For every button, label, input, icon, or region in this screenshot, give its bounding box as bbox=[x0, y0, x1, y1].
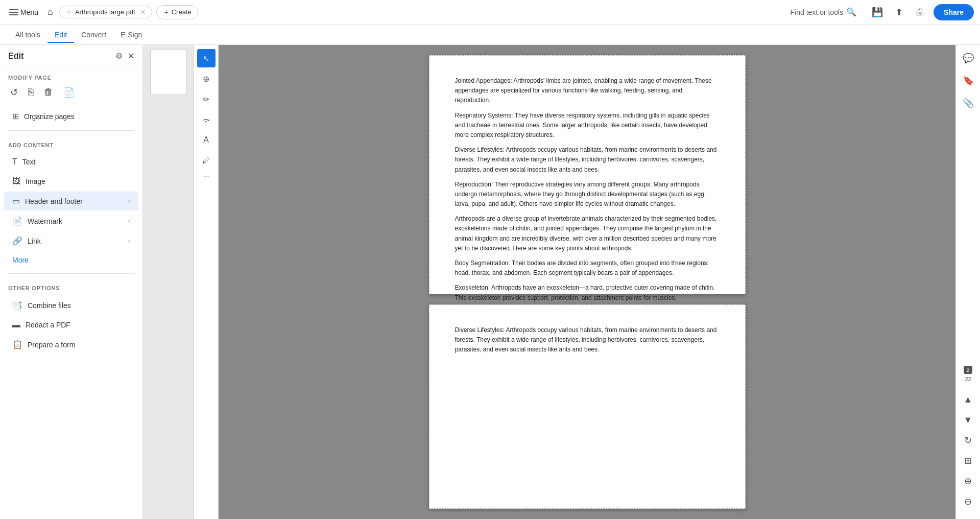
print-icon[interactable]: 🖨 bbox=[912, 4, 927, 20]
toolbar-row: All tools Edit Convert E-Sign bbox=[0, 25, 980, 45]
comment-button[interactable]: 💬 bbox=[959, 49, 977, 67]
upload-icon[interactable]: ⬆ bbox=[892, 4, 906, 21]
redact-label: Redact a PDF bbox=[26, 321, 70, 329]
modify-page-icons: ↺ ⎘ 🗑 📄 bbox=[0, 85, 142, 106]
scroll-up-button[interactable]: ▲ bbox=[959, 390, 977, 409]
para-1-2: Respiratory Systems: They have diverse r… bbox=[455, 111, 720, 140]
para-1-5: Arthropods are a diverse group of invert… bbox=[455, 214, 720, 253]
tab-all-tools[interactable]: All tools bbox=[8, 27, 47, 43]
hamburger-icon bbox=[9, 9, 18, 15]
divider-1 bbox=[8, 130, 134, 131]
para-2-1: Diverse Lifestyles: Arthropods occupy va… bbox=[455, 325, 720, 355]
page-indicator: 2 22 bbox=[964, 362, 972, 386]
combine-label: Combine files bbox=[28, 301, 71, 310]
zoom-in-button[interactable]: ⊕ bbox=[959, 472, 977, 490]
zoom-out-button[interactable]: ⊖ bbox=[959, 492, 977, 511]
save-icon[interactable]: 💾 bbox=[869, 4, 886, 21]
add-content-label: ADD CONTENT bbox=[0, 135, 142, 152]
image-icon: 🖼 bbox=[12, 177, 20, 186]
watermark-item[interactable]: 📄 Watermark › bbox=[4, 211, 138, 230]
cursor-tool[interactable]: ↖ bbox=[197, 49, 216, 67]
redact-icon: ▬ bbox=[12, 320, 20, 329]
top-bar: Menu ⌂ ☆ Arthropods large.pdf ✕ ＋ Create… bbox=[0, 0, 980, 25]
home-button[interactable]: ⌂ bbox=[45, 5, 55, 19]
more-item[interactable]: More bbox=[4, 251, 138, 269]
refresh-button[interactable]: ↻ bbox=[959, 431, 977, 450]
left-sidebar: Edit ⚙ ✕ MODIFY PAGE ↺ ⎘ 🗑 📄 ⊞ Organize … bbox=[0, 45, 143, 519]
highlight-tool[interactable]: 🖊 bbox=[197, 151, 216, 170]
tool-column: ↖ ⊕ ✏ ⤼ A 🖊 ··· bbox=[194, 45, 219, 519]
modify-page-label: MODIFY PAGE bbox=[0, 67, 142, 85]
text-item[interactable]: T Text bbox=[4, 153, 138, 171]
rotate-icon[interactable]: ↺ bbox=[8, 85, 20, 100]
copy-icon[interactable]: ⎘ bbox=[26, 85, 36, 100]
link-label: Link bbox=[28, 237, 41, 245]
bookmark-button[interactable]: 🔖 bbox=[959, 72, 977, 90]
create-button[interactable]: ＋ Create bbox=[156, 5, 198, 19]
redact-item[interactable]: ▬ Redact a PDF bbox=[4, 316, 138, 334]
combine-files-item[interactable]: 📑 Combine files bbox=[4, 296, 138, 315]
organize-pages-item[interactable]: ⊞ Organize pages bbox=[4, 107, 138, 126]
tab-convert[interactable]: Convert bbox=[74, 27, 113, 43]
search-text: Find text or tools bbox=[791, 8, 844, 16]
pdf-page-1: Jointed Appendages: Arthropods' limbs ar… bbox=[429, 55, 746, 294]
tab-edit[interactable]: Edit bbox=[47, 27, 74, 43]
image-item[interactable]: 🖼 Image bbox=[4, 172, 138, 191]
lasso-tool[interactable]: ⤼ bbox=[197, 110, 216, 129]
form-icon: 📋 bbox=[12, 340, 22, 349]
sidebar-title: Edit bbox=[8, 52, 23, 61]
para-1-6: Body Segmentation: Their bodies are divi… bbox=[455, 258, 720, 278]
form-item[interactable]: 📋 Prepare a form bbox=[4, 335, 138, 354]
para-1-4: Reproduction: Their reproductive strateg… bbox=[455, 180, 720, 209]
pdf-viewer[interactable]: Jointed Appendages: Arthropods' limbs ar… bbox=[219, 45, 955, 519]
delete-icon[interactable]: 🗑 bbox=[42, 85, 55, 100]
scroll-controls: ▲ ▼ ↻ ⊞ ⊕ ⊖ bbox=[959, 390, 977, 515]
text-tool[interactable]: A bbox=[197, 131, 216, 149]
right-panel: 💬 🔖 📎 2 22 ▲ ▼ ↻ ⊞ ⊕ ⊖ bbox=[955, 45, 980, 519]
chevron-icon: › bbox=[128, 197, 130, 205]
settings-icon[interactable]: ⚙ bbox=[115, 51, 123, 61]
organize-pages-label: Organize pages bbox=[24, 112, 75, 121]
close-icon[interactable]: ✕ bbox=[128, 51, 134, 61]
watermark-icon: 📄 bbox=[12, 216, 22, 226]
text-label: Text bbox=[22, 158, 36, 166]
combine-icon: 📑 bbox=[12, 300, 22, 310]
total-pages: 22 bbox=[965, 376, 971, 382]
organize-icon: ⊞ bbox=[12, 111, 19, 121]
current-page-badge: 2 bbox=[964, 366, 972, 374]
main-area: Edit ⚙ ✕ MODIFY PAGE ↺ ⎘ 🗑 📄 ⊞ Organize … bbox=[0, 45, 980, 519]
insert-page-icon[interactable]: 📄 bbox=[61, 85, 77, 100]
tab-esign[interactable]: E-Sign bbox=[113, 27, 149, 43]
plus-icon: ＋ bbox=[163, 8, 170, 17]
header-footer-icon: ▭ bbox=[12, 196, 20, 206]
form-label: Prepare a form bbox=[28, 341, 75, 349]
thumbnail-strip bbox=[143, 45, 194, 519]
tab-title: Arthropods large.pdf bbox=[75, 8, 135, 16]
sidebar-header-icons: ⚙ ✕ bbox=[115, 51, 134, 61]
para-1-7: Exoskeleton: Arthropods have an exoskele… bbox=[455, 283, 720, 302]
header-footer-container: ▭ Header and footer › Add, edit, or remo… bbox=[0, 191, 142, 211]
more-tools[interactable]: ··· bbox=[203, 172, 209, 180]
image-label: Image bbox=[26, 177, 45, 185]
link-icon: 🔗 bbox=[12, 236, 22, 246]
create-label: Create bbox=[172, 8, 192, 16]
share-button[interactable]: Share bbox=[934, 4, 974, 20]
header-footer-item[interactable]: ▭ Header and footer › bbox=[4, 192, 138, 210]
scroll-down-button[interactable]: ▼ bbox=[959, 411, 977, 429]
chevron-watermark: › bbox=[128, 217, 130, 225]
pdf-tab[interactable]: ☆ Arthropods large.pdf ✕ bbox=[59, 6, 152, 18]
menu-button[interactable]: Menu bbox=[6, 6, 41, 18]
other-options-label: OTHER OPTIONS bbox=[0, 278, 142, 295]
page-thumbnail-button[interactable]: ⊞ bbox=[959, 452, 977, 470]
divider-2 bbox=[8, 273, 134, 274]
thumbnail-1[interactable] bbox=[150, 49, 187, 95]
text-icon: T bbox=[12, 157, 17, 167]
chevron-link: › bbox=[128, 237, 130, 245]
search-area[interactable]: Find text or tools 🔍 bbox=[784, 4, 863, 20]
tab-close-button[interactable]: ✕ bbox=[140, 9, 146, 16]
link-item[interactable]: 🔗 Link › bbox=[4, 231, 138, 250]
pencil-tool[interactable]: ✏ bbox=[197, 90, 216, 108]
top-bar-right: Find text or tools 🔍 💾 ⬆ 🖨 Share bbox=[784, 4, 974, 21]
add-tool[interactable]: ⊕ bbox=[197, 69, 216, 88]
attachment-button[interactable]: 📎 bbox=[959, 94, 977, 112]
